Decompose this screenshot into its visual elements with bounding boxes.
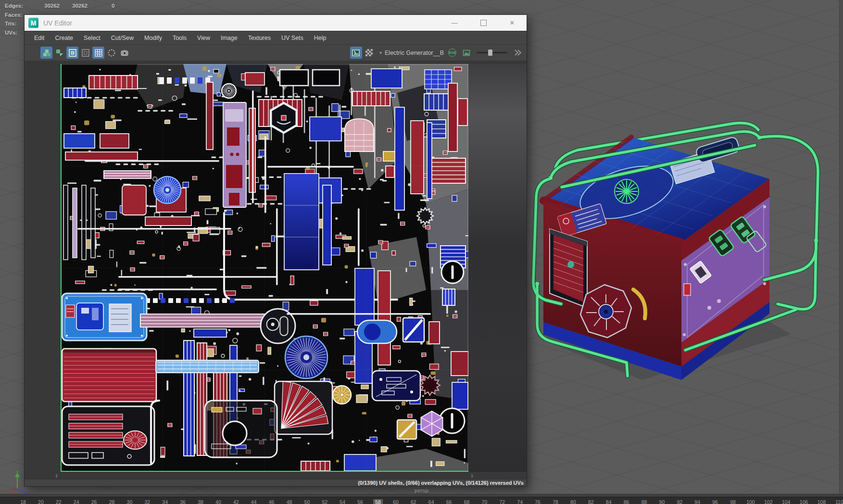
tile-layout-button[interactable] [27, 47, 39, 59]
menu-item-textures[interactable]: Textures [243, 35, 276, 41]
air-filter-box [550, 229, 587, 308]
image-exposure-button[interactable] [460, 47, 472, 59]
rgb-channel-badge[interactable]: RGB [448, 49, 456, 57]
uv-canvas[interactable]: 1 1 [25, 61, 527, 479]
image-icon [352, 49, 360, 57]
frame-tick[interactable]: 104 [782, 499, 791, 504]
frame-tick[interactable]: 30 [127, 499, 133, 504]
camera-label: persp [415, 488, 428, 493]
menu-item-image[interactable]: Image [215, 35, 243, 41]
frame-tick[interactable]: 18 [20, 499, 26, 504]
image-exposure-slider[interactable] [477, 49, 507, 57]
frame-tick[interactable]: 92 [677, 499, 682, 504]
frame-tick[interactable]: 40 [215, 499, 221, 504]
frame-tick[interactable]: 100 [746, 499, 755, 504]
frame-tick[interactable]: 82 [588, 499, 594, 504]
close-button[interactable]: ✕ [498, 15, 527, 31]
slider-handle[interactable] [488, 50, 492, 56]
menu-item-modify[interactable]: Modify [139, 35, 167, 41]
frame-tick[interactable]: 48 [287, 499, 292, 504]
viewport-edge-strip [839, 0, 843, 497]
frame-tick[interactable]: 80 [570, 499, 576, 504]
maya-logo-icon: M [28, 18, 38, 28]
frame-tick[interactable]: 52 [322, 499, 327, 504]
frame-tick[interactable]: 86 [624, 499, 629, 504]
frame-tick[interactable]: 42 [233, 499, 239, 504]
texture-overflow-strip [468, 64, 527, 472]
menu-item-create[interactable]: Create [50, 35, 79, 41]
hud-value: 0 [112, 3, 114, 9]
frame-tick[interactable]: 74 [517, 499, 523, 504]
minimize-button[interactable]: — [440, 15, 469, 31]
fuel-valve [567, 261, 574, 268]
hud-row: Edges:30262302620 [5, 3, 149, 12]
menu-item-edit[interactable]: Edit [29, 35, 50, 41]
uv-texture-atlas[interactable] [61, 64, 468, 472]
frame-tick[interactable]: 108 [818, 499, 826, 504]
frame-tick[interactable]: 102 [764, 499, 773, 504]
double-chevron-icon [514, 49, 522, 57]
frame-tick[interactable]: 20 [38, 499, 44, 504]
frame-tick[interactable]: 24 [74, 499, 79, 504]
titlebar[interactable]: M UV Editor — ✕ [25, 15, 527, 31]
frame-tick[interactable]: 34 [162, 499, 168, 504]
frame-tick[interactable]: 28 [109, 499, 115, 504]
frame-tick[interactable]: 70 [482, 499, 488, 504]
frame-tick[interactable]: 76 [535, 499, 541, 504]
menu-item-cut-sew[interactable]: Cut/Sew [106, 35, 139, 41]
frame-tick[interactable]: 66 [446, 499, 452, 504]
texture-dropdown-caret[interactable]: ▾ [379, 50, 382, 55]
frame-tick[interactable]: 38 [198, 499, 203, 504]
image-display-button[interactable] [350, 47, 362, 59]
hud-value: 30262 [72, 3, 88, 9]
frame-tick[interactable]: 98 [730, 499, 736, 504]
frame-tick[interactable]: 84 [606, 499, 612, 504]
frame-tick[interactable]: 96 [712, 499, 718, 504]
menu-item-tools[interactable]: Tools [167, 35, 192, 41]
menu-item-view[interactable]: View [192, 35, 215, 41]
texture-border-button[interactable] [79, 47, 91, 59]
frame-tick[interactable]: 72 [499, 499, 505, 504]
uv-snapshot-camera-icon [120, 49, 129, 57]
uv-statistics: (0/1390) UV shells, (0/66) overlapping U… [358, 480, 524, 486]
dim-image-button[interactable] [105, 47, 117, 59]
maximize-icon [480, 20, 487, 26]
flipped-uv-shading-button[interactable] [53, 47, 65, 59]
frame-tick[interactable]: 36 [180, 499, 186, 504]
frame-tick[interactable]: 106 [800, 499, 808, 504]
axis-y-label: y [16, 469, 19, 474]
frame-tick[interactable]: 90 [659, 499, 665, 504]
frame-tick[interactable]: 44 [251, 499, 257, 504]
frame-tick[interactable]: 64 [428, 499, 434, 504]
menu-item-select[interactable]: Select [78, 35, 106, 41]
texture-border-icon [81, 49, 90, 57]
frame-tick[interactable]: 62 [411, 499, 416, 504]
frame-tick[interactable]: 88 [642, 499, 647, 504]
frame-tick[interactable]: 22 [56, 499, 62, 504]
maximize-button[interactable] [469, 15, 498, 31]
frame-tick[interactable]: 26 [91, 499, 97, 504]
texture-name-dropdown[interactable]: Electric Generator__B [385, 50, 444, 56]
uv-snapshot-camera-button[interactable] [118, 47, 130, 59]
generator-model[interactable] [483, 120, 843, 447]
uv-border-display-button[interactable] [66, 47, 78, 59]
frame-tick[interactable]: 94 [694, 499, 700, 504]
frame-tick[interactable]: 68 [464, 499, 470, 504]
frame-tick[interactable]: 56 [357, 499, 363, 504]
menu-item-help[interactable]: Help [309, 35, 332, 41]
time-slider[interactable]: 1820222426283032343638404244464850525456… [0, 497, 843, 504]
frame-tick[interactable]: 50 [304, 499, 310, 504]
frame-tick[interactable]: 60 [393, 499, 399, 504]
shaded-uv-display-button[interactable] [40, 47, 52, 59]
frame-tick[interactable]: 110 [835, 499, 843, 504]
frame-tick[interactable]: 54 [340, 499, 345, 504]
hud-label: UVs: [5, 30, 17, 36]
frame-tick[interactable]: 32 [144, 499, 150, 504]
pixel-grid-button[interactable] [92, 47, 104, 59]
expand-toolbar-button[interactable] [512, 47, 524, 59]
frame-tick[interactable]: 78 [553, 499, 558, 504]
menu-item-uv-sets[interactable]: UV Sets [276, 35, 309, 41]
current-frame[interactable]: 58 [373, 499, 383, 504]
checker-map-button[interactable] [363, 47, 375, 59]
frame-tick[interactable]: 46 [269, 499, 275, 504]
